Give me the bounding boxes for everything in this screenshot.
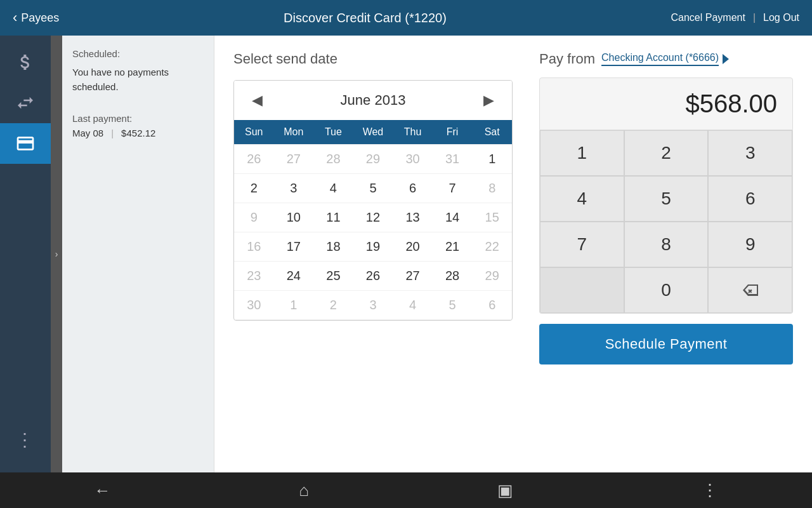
- android-more-button[interactable]: ⋮: [702, 481, 718, 500]
- android-home-button[interactable]: ⌂: [299, 481, 309, 500]
- numpad: 1234567890: [539, 130, 793, 314]
- calendar-day-cell: 1: [274, 291, 314, 320]
- sidebar-icon-transfer[interactable]: [0, 83, 51, 123]
- calendar-day-header-sat: Sat: [472, 120, 512, 145]
- numpad-key-3[interactable]: 3: [708, 130, 792, 176]
- calendar-day-cell[interactable]: 27: [393, 262, 433, 291]
- calendar-day-cell[interactable]: 3: [274, 174, 314, 203]
- calendar-week-row: 16171819202122: [234, 232, 512, 262]
- calendar-day-cell: 27: [274, 145, 314, 174]
- dollar-sign-icon: [15, 52, 36, 72]
- numpad-key-empty: [540, 267, 624, 313]
- calendar-day-cell[interactable]: 10: [274, 203, 314, 232]
- calendar-day-cell[interactable]: 5: [353, 174, 393, 203]
- calendar-day-cell[interactable]: 1: [472, 145, 512, 174]
- calendar-day-cell[interactable]: 14: [433, 203, 473, 232]
- back-chevron-icon: ‹: [13, 10, 17, 26]
- calendar-day-cell: 15: [472, 203, 512, 232]
- calendar-day-cell: 4: [393, 291, 433, 320]
- calendar-day-header-thu: Thu: [393, 120, 433, 145]
- calendar-week-row: 23242526272829: [234, 262, 512, 291]
- calendar-day-cell[interactable]: 13: [393, 203, 433, 232]
- calendar-section: Select send date ◀ June 2013 ▶ SunMonTue…: [233, 51, 514, 457]
- calendar-header-row: SunMonTueWedThuFriSat: [234, 120, 512, 145]
- calendar-day-cell: 23: [234, 262, 274, 291]
- sidebar-icon-payment[interactable]: [0, 123, 51, 164]
- calendar-day-cell[interactable]: 18: [313, 232, 353, 262]
- amount-display: $568.00: [539, 77, 793, 130]
- calendar-day-cell[interactable]: 21: [433, 232, 473, 262]
- numpad-key-8[interactable]: 8: [624, 222, 709, 267]
- calendar-month-label: June 2013: [341, 92, 406, 109]
- calendar-week-row: 30123456: [234, 291, 512, 320]
- calendar-week-row: 2627282930311: [234, 145, 512, 174]
- calendar-day-cell[interactable]: 20: [393, 232, 433, 262]
- sidebar-icon-more[interactable]: ⋮: [0, 419, 51, 460]
- left-panel: Scheduled: You have no payments schedule…: [62, 36, 214, 472]
- last-payment-label: Last payment:: [72, 113, 204, 124]
- calendar-day-cell: 16: [234, 232, 274, 262]
- select-send-date-title: Select send date: [233, 51, 514, 67]
- calendar-day-cell[interactable]: 11: [313, 203, 353, 232]
- last-payment-date: May 08: [72, 128, 103, 138]
- numpad-key-9[interactable]: 9: [708, 222, 792, 267]
- topbar-actions: Cancel Payment | Log Out: [671, 12, 799, 23]
- calendar-day-cell[interactable]: 19: [353, 232, 393, 262]
- sidebar: ⋮: [0, 36, 51, 472]
- calendar-day-cell[interactable]: 17: [274, 232, 314, 262]
- numpad-rows: 1234567890: [540, 130, 792, 313]
- calendar-day-cell: 5: [433, 291, 473, 320]
- calendar-day-cell[interactable]: 4: [313, 174, 353, 203]
- collapse-handle[interactable]: ›: [51, 36, 62, 472]
- calendar-next-button[interactable]: ▶: [478, 90, 499, 111]
- android-recents-button[interactable]: ▣: [497, 481, 513, 500]
- calendar-day-cell[interactable]: 6: [393, 174, 433, 203]
- payment-icon: [15, 133, 36, 154]
- numpad-key-1[interactable]: 1: [540, 130, 624, 176]
- collapse-chevron-icon: ›: [55, 249, 58, 259]
- logout-button[interactable]: Log Out: [763, 12, 799, 23]
- calendar-day-cell: 30: [393, 145, 433, 174]
- schedule-payment-button[interactable]: Schedule Payment: [539, 324, 793, 364]
- calendar-day-cell: 6: [472, 291, 512, 320]
- numpad-key-0[interactable]: 0: [624, 267, 709, 313]
- cancel-payment-button[interactable]: Cancel Payment: [671, 12, 745, 23]
- numpad-backspace-key[interactable]: [708, 267, 792, 313]
- numpad-key-2[interactable]: 2: [624, 130, 709, 176]
- calendar-day-cell: 22: [472, 232, 512, 262]
- last-payment-amount: $452.12: [121, 128, 155, 138]
- top-bar: ‹ Payees Discover Credit Card (*1220) Ca…: [0, 0, 812, 36]
- calendar-day-cell[interactable]: 26: [353, 262, 393, 291]
- numpad-row: 0: [540, 267, 792, 313]
- payees-label: Payees: [21, 11, 59, 25]
- calendar-day-cell: 30: [234, 291, 274, 320]
- numpad-key-5[interactable]: 5: [624, 176, 709, 222]
- calendar-day-cell[interactable]: 12: [353, 203, 393, 232]
- calendar-day-cell[interactable]: 2: [234, 174, 274, 203]
- calendar-day-header-wed: Wed: [353, 120, 393, 145]
- back-button[interactable]: ‹ Payees: [13, 10, 59, 26]
- calendar-day-cell: 29: [353, 145, 393, 174]
- calendar: ◀ June 2013 ▶ SunMonTueWedThuFriSat 2627…: [233, 80, 513, 321]
- numpad-key-7[interactable]: 7: [540, 222, 624, 267]
- calendar-grid: SunMonTueWedThuFriSat 262728293031123456…: [234, 120, 512, 320]
- calendar-day-cell[interactable]: 24: [274, 262, 314, 291]
- calendar-day-cell[interactable]: 7: [433, 174, 473, 203]
- account-selector[interactable]: Checking Account (*6666): [601, 52, 719, 66]
- sidebar-icon-dollar[interactable]: [0, 42, 51, 83]
- numpad-key-4[interactable]: 4: [540, 176, 624, 222]
- calendar-day-header-sun: Sun: [234, 120, 274, 145]
- calendar-day-cell[interactable]: 25: [313, 262, 353, 291]
- numpad-key-6[interactable]: 6: [708, 176, 792, 222]
- numpad-row: 789: [540, 222, 792, 267]
- account-dropdown-arrow-icon: [723, 54, 729, 64]
- calendar-prev-button[interactable]: ◀: [247, 90, 268, 111]
- content-area: Select send date ◀ June 2013 ▶ SunMonTue…: [214, 36, 812, 472]
- android-back-button[interactable]: ←: [94, 481, 110, 500]
- calendar-day-header-mon: Mon: [274, 120, 314, 145]
- calendar-day-cell: 31: [433, 145, 473, 174]
- calendar-week-row: 2345678: [234, 174, 512, 203]
- calendar-day-cell[interactable]: 28: [433, 262, 473, 291]
- pay-from-label: Pay from: [539, 51, 595, 67]
- last-payment-row: May 08 | $452.12: [72, 128, 204, 138]
